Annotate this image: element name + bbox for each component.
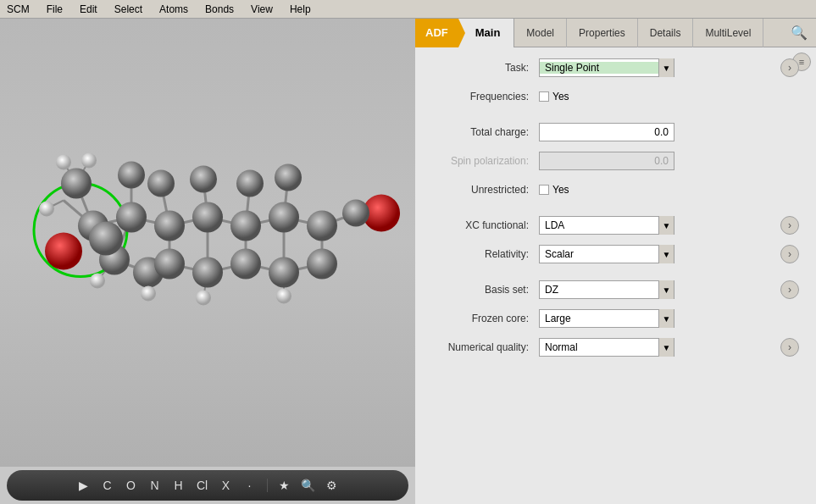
svg-point-38 [116, 202, 147, 233]
svg-point-56 [275, 164, 302, 191]
task-dropdown[interactable]: Single Point ▼ [539, 58, 674, 77]
menu-view[interactable]: View [247, 3, 276, 15]
svg-point-54 [190, 166, 217, 193]
relativity-label: Relativity: [429, 248, 539, 260]
task-label: Task: [429, 62, 539, 74]
numerical-quality-dropdown-arrow[interactable]: ▼ [658, 338, 674, 357]
frozen-core-dropdown-arrow[interactable]: ▼ [658, 309, 674, 328]
frozen-core-control: Large ▼ [539, 309, 674, 328]
oxygen-tool-button[interactable]: O [123, 479, 140, 492]
svg-point-52 [118, 162, 145, 189]
menu-scm[interactable]: SCM [3, 3, 33, 15]
relativity-dropdown[interactable]: Scalar ▼ [539, 245, 674, 263]
spin-polarization-control [539, 152, 674, 170]
task-row: Task: Single Point ▼ › [429, 58, 802, 78]
frequencies-label: Frequencies: [429, 91, 539, 102]
xc-functional-dropdown[interactable]: LDA ▼ [539, 216, 674, 235]
x-tool-button[interactable]: X [218, 479, 235, 492]
tab-main[interactable]: Main [458, 19, 515, 47]
svg-point-60 [39, 202, 54, 217]
menu-help[interactable]: Help [286, 3, 314, 15]
gear-tool-button[interactable]: ⚙ [324, 479, 341, 492]
unrestricted-checkbox-text: Yes [552, 184, 569, 196]
settings-panel: ≡ Task: Single Point ▼ › Frequencies: [415, 47, 816, 504]
frozen-core-dropdown[interactable]: Large ▼ [539, 309, 674, 328]
svg-point-48 [230, 249, 261, 280]
chlorine-tool-button[interactable]: Cl [194, 479, 211, 492]
relativity-row: Relativity: Scalar ▼ › [429, 244, 802, 264]
molecule-viewer[interactable] [0, 19, 415, 467]
svg-point-43 [307, 211, 337, 241]
menu-edit[interactable]: Edit [76, 3, 101, 15]
basis-set-dropdown[interactable]: DZ ▼ [539, 280, 674, 299]
cursor-tool-button[interactable]: ▶ [75, 479, 92, 492]
basis-set-dropdown-arrow[interactable]: ▼ [658, 280, 674, 299]
task-nav-arrow[interactable]: › [780, 58, 799, 77]
sep2 [429, 208, 802, 215]
svg-point-35 [45, 233, 82, 270]
tab-adf[interactable]: ADF [415, 19, 458, 47]
svg-point-41 [230, 211, 261, 241]
relativity-dropdown-arrow[interactable]: ▼ [658, 245, 674, 263]
svg-point-55 [236, 170, 264, 197]
search-tool-button[interactable]: 🔍 [300, 479, 317, 492]
svg-point-62 [141, 286, 156, 302]
task-value: Single Point [540, 62, 658, 74]
xc-functional-nav-arrow[interactable]: › [780, 216, 799, 235]
sep3 [429, 273, 802, 280]
numerical-quality-nav-arrow[interactable]: › [780, 338, 799, 357]
svg-point-58 [56, 155, 71, 170]
spin-polarization-label: Spin polarization: [429, 155, 539, 167]
total-charge-row: Total charge: [429, 122, 802, 142]
menu-select[interactable]: Select [111, 3, 146, 15]
relativity-nav-arrow[interactable]: › [780, 245, 799, 263]
star-tool-button[interactable]: ★ [276, 479, 293, 492]
tab-model[interactable]: Model [514, 19, 567, 47]
xc-functional-row: XC functional: LDA ▼ › [429, 215, 802, 235]
frequencies-checkbox-label[interactable]: Yes [539, 91, 569, 102]
unrestricted-label: Unrestricted: [429, 184, 539, 196]
basis-set-nav-arrow[interactable]: › [780, 280, 799, 299]
xc-functional-dropdown-arrow[interactable]: ▼ [658, 216, 674, 235]
frozen-core-row: Frozen core: Large ▼ [429, 308, 802, 329]
frequencies-checkbox[interactable] [539, 91, 549, 102]
svg-point-57 [342, 200, 369, 227]
svg-point-46 [154, 249, 185, 280]
unrestricted-control: Yes [539, 184, 569, 196]
basis-set-row: Basis set: DZ ▼ › [429, 280, 802, 300]
numerical-quality-label: Numerical quality: [429, 341, 539, 353]
spin-polarization-input[interactable] [539, 152, 674, 170]
svg-point-63 [196, 291, 211, 306]
task-dropdown-arrow[interactable]: ▼ [658, 58, 674, 77]
total-charge-input[interactable] [539, 123, 674, 141]
menu-atoms[interactable]: Atoms [156, 3, 192, 15]
menu-file[interactable]: File [43, 3, 66, 15]
frozen-core-label: Frozen core: [429, 313, 539, 324]
tab-bar: ADF Main Model Properties Details MultiL… [415, 19, 816, 47]
svg-point-40 [192, 202, 223, 233]
basis-set-value: DZ [540, 284, 658, 296]
search-button[interactable]: 🔍 [782, 25, 816, 41]
hydrogen-tool-button[interactable]: H [170, 479, 187, 492]
xc-functional-value: LDA [540, 219, 658, 231]
main-layout: ▶ C O N H Cl X · ★ 🔍 ⚙ ADF Main Model [0, 19, 816, 504]
frequencies-row: Frequencies: Yes [429, 86, 802, 107]
left-panel: ▶ C O N H Cl X · ★ 🔍 ⚙ [0, 19, 415, 504]
menu-bonds[interactable]: Bonds [202, 3, 237, 15]
unrestricted-checkbox-label[interactable]: Yes [539, 184, 569, 196]
svg-point-50 [307, 249, 337, 280]
tab-multilevel[interactable]: MultiLevel [693, 19, 763, 47]
numerical-quality-row: Numerical quality: Normal ▼ › [429, 337, 802, 357]
dot-tool-button[interactable]: · [241, 479, 258, 492]
frequencies-checkbox-text: Yes [552, 91, 569, 102]
numerical-quality-dropdown[interactable]: Normal ▼ [539, 338, 674, 357]
tab-properties[interactable]: Properties [567, 19, 638, 47]
unrestricted-checkbox[interactable] [539, 185, 549, 195]
frequencies-control: Yes [539, 91, 569, 102]
xc-functional-control: LDA ▼ [539, 216, 674, 235]
carbon-tool-button[interactable]: C [99, 479, 116, 492]
svg-point-49 [269, 258, 299, 288]
relativity-value: Scalar [540, 248, 658, 260]
tab-details[interactable]: Details [638, 19, 694, 47]
nitrogen-tool-button[interactable]: N [147, 479, 164, 492]
